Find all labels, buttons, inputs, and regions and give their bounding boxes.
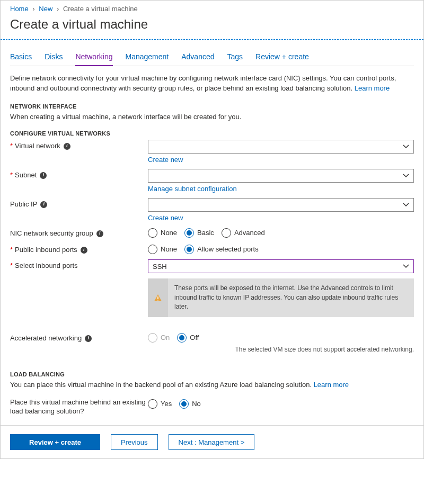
info-icon[interactable]: i [64, 143, 70, 150]
breadcrumb: Home › New › Create a virtual machine [1, 1, 423, 15]
required-icon: * [10, 262, 13, 271]
network-interface-note: When creating a virtual machine, a netwo… [10, 113, 414, 121]
breadcrumb-home[interactable]: Home [10, 5, 29, 13]
tab-tags[interactable]: Tags [227, 49, 243, 66]
accel-note: The selected VM size does not support ac… [148, 346, 414, 353]
review-create-button[interactable]: Review + create [10, 434, 100, 450]
tab-disks[interactable]: Disks [45, 49, 63, 66]
chevron-down-icon [403, 202, 409, 208]
page-title: Create a virtual machine [1, 15, 423, 39]
breadcrumb-current: Create a virtual machine [63, 5, 138, 13]
subnet-label: Subnet [15, 171, 37, 180]
info-icon[interactable]: i [81, 247, 87, 254]
accel-off-radio[interactable]: Off [177, 333, 199, 343]
public-ip-label: Public IP [10, 200, 37, 209]
tab-networking[interactable]: Networking [75, 49, 112, 66]
required-icon: * [10, 142, 13, 151]
lb-no-radio[interactable]: No [179, 399, 201, 409]
nsg-none-radio[interactable]: None [148, 228, 177, 238]
footer-bar: Review + create Previous Next : Manageme… [1, 425, 423, 458]
inbound-allow-radio[interactable]: Allow selected ports [184, 245, 259, 254]
nsg-advanced-radio[interactable]: Advanced [222, 228, 265, 238]
warning-icon [154, 294, 162, 302]
section-network-interface: NETWORK INTERFACE [10, 103, 414, 110]
learn-more-link[interactable]: Learn more [355, 84, 390, 92]
tab-advanced[interactable]: Advanced [181, 49, 214, 66]
lb-learn-more-link[interactable]: Learn more [314, 381, 349, 389]
chevron-right-icon: › [32, 5, 34, 13]
select-ports-label: Select inbound ports [15, 262, 78, 271]
required-icon: * [10, 246, 13, 255]
previous-button[interactable]: Previous [111, 434, 158, 450]
svg-rect-1 [157, 300, 158, 301]
tab-basics[interactable]: Basics [10, 49, 32, 66]
chevron-down-icon [403, 143, 409, 150]
chevron-down-icon [403, 263, 409, 269]
info-icon[interactable]: i [96, 230, 103, 237]
nsg-label: NIC network security group [10, 229, 93, 238]
tab-management[interactable]: Management [126, 49, 169, 66]
chevron-down-icon [403, 173, 409, 179]
tab-review[interactable]: Review + create [255, 49, 309, 66]
select-ports-dropdown[interactable]: SSH [148, 259, 414, 273]
ports-warning: These ports will be exposed to the inter… [148, 278, 414, 317]
create-new-ip-link[interactable]: Create new [148, 214, 183, 222]
tabs: Basics Disks Networking Management Advan… [10, 49, 414, 66]
inbound-none-radio[interactable]: None [148, 245, 177, 254]
next-button[interactable]: Next : Management > [169, 434, 255, 450]
info-icon[interactable]: i [85, 335, 92, 342]
place-behind-label: Place this virtual machine behind an exi… [10, 398, 148, 416]
public-ip-dropdown[interactable] [148, 198, 414, 212]
virtual-network-dropdown[interactable] [148, 140, 414, 154]
section-configure: CONFIGURE VIRTUAL NETWORKS [10, 130, 414, 137]
lb-yes-radio[interactable]: Yes [148, 399, 172, 409]
breadcrumb-new[interactable]: New [39, 5, 52, 13]
svg-rect-0 [157, 296, 158, 299]
info-icon[interactable]: i [40, 201, 47, 208]
accel-on-radio: On [148, 333, 170, 343]
manage-subnet-link[interactable]: Manage subnet configuration [148, 185, 237, 193]
load-balancing-note: You can place this virtual machine in th… [10, 381, 414, 389]
accel-label: Accelerated networking [10, 334, 82, 343]
create-new-vnet-link[interactable]: Create new [148, 156, 183, 164]
intro-text: Define network connectivity for your vir… [10, 74, 414, 94]
virtual-network-label: Virtual network [15, 142, 60, 151]
inbound-ports-label: Public inbound ports [15, 246, 77, 255]
subnet-dropdown[interactable] [148, 169, 414, 183]
required-icon: * [10, 171, 13, 180]
section-load-balancing: LOAD BALANCING [10, 371, 414, 377]
chevron-right-icon: › [57, 5, 59, 13]
nsg-basic-radio[interactable]: Basic [184, 228, 214, 238]
info-icon[interactable]: i [40, 172, 47, 179]
